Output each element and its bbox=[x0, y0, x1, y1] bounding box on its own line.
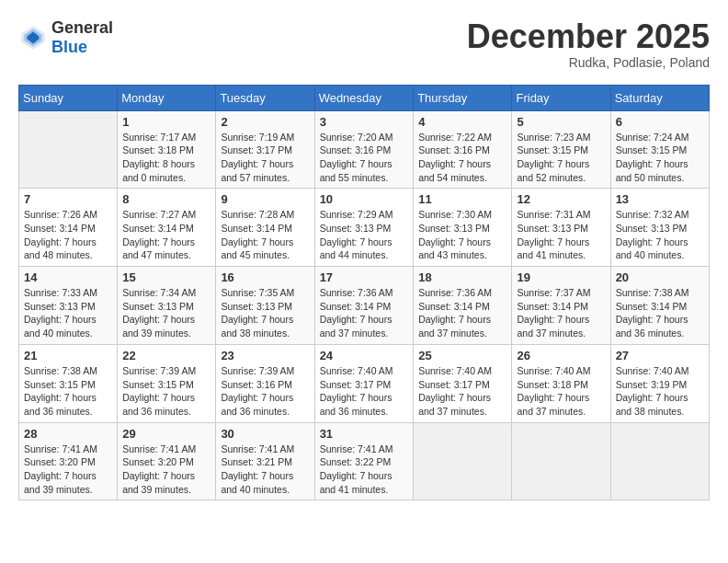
day-number: 26 bbox=[517, 349, 605, 362]
calendar-cell: 30Sunrise: 7:41 AMSunset: 3:21 PMDayligh… bbox=[216, 422, 314, 500]
day-number: 18 bbox=[418, 270, 506, 284]
day-info: Sunrise: 7:36 AMSunset: 3:14 PMDaylight:… bbox=[418, 286, 506, 340]
day-info: Sunrise: 7:34 AMSunset: 3:13 PMDaylight:… bbox=[122, 286, 210, 340]
calendar-cell: 12Sunrise: 7:31 AMSunset: 3:13 PMDayligh… bbox=[512, 189, 610, 267]
calendar-cell: 22Sunrise: 7:39 AMSunset: 3:15 PMDayligh… bbox=[118, 344, 216, 422]
calendar-cell: 11Sunrise: 7:30 AMSunset: 3:13 PMDayligh… bbox=[414, 189, 512, 267]
day-info: Sunrise: 7:39 AMSunset: 3:15 PMDaylight:… bbox=[122, 364, 210, 419]
calendar-cell: 1Sunrise: 7:17 AMSunset: 3:18 PMDaylight… bbox=[118, 110, 216, 189]
calendar-cell: 16Sunrise: 7:35 AMSunset: 3:13 PMDayligh… bbox=[216, 267, 314, 345]
calendar-cell: 29Sunrise: 7:41 AMSunset: 3:20 PMDayligh… bbox=[118, 422, 216, 500]
day-number: 12 bbox=[517, 192, 605, 206]
day-number: 11 bbox=[418, 192, 506, 206]
day-number: 8 bbox=[122, 192, 210, 206]
calendar-cell bbox=[512, 422, 610, 500]
calendar-cell: 31Sunrise: 7:41 AMSunset: 3:22 PMDayligh… bbox=[314, 422, 414, 500]
day-info: Sunrise: 7:38 AMSunset: 3:14 PMDaylight:… bbox=[616, 286, 704, 340]
day-number: 16 bbox=[221, 270, 309, 284]
logo-general: General bbox=[51, 18, 113, 38]
day-info: Sunrise: 7:30 AMSunset: 3:13 PMDaylight:… bbox=[418, 208, 506, 262]
day-info: Sunrise: 7:36 AMSunset: 3:14 PMDaylight:… bbox=[320, 286, 409, 340]
day-info: Sunrise: 7:19 AMSunset: 3:17 PMDaylight:… bbox=[221, 131, 309, 185]
day-info: Sunrise: 7:37 AMSunset: 3:14 PMDaylight:… bbox=[517, 286, 605, 340]
calendar-cell: 15Sunrise: 7:34 AMSunset: 3:13 PMDayligh… bbox=[118, 267, 216, 345]
page-header: General Blue December 2025 Rudka, Podlas… bbox=[18, 18, 710, 70]
weekday-header: Friday bbox=[512, 85, 610, 110]
day-number: 13 bbox=[616, 192, 704, 206]
calendar-cell: 21Sunrise: 7:38 AMSunset: 3:15 PMDayligh… bbox=[19, 344, 118, 422]
weekday-header: Tuesday bbox=[216, 85, 314, 110]
calendar-cell: 8Sunrise: 7:27 AMSunset: 3:14 PMDaylight… bbox=[118, 189, 216, 267]
weekday-header: Wednesday bbox=[314, 85, 414, 110]
calendar-cell: 3Sunrise: 7:20 AMSunset: 3:16 PMDaylight… bbox=[314, 110, 414, 189]
calendar-cell: 26Sunrise: 7:40 AMSunset: 3:18 PMDayligh… bbox=[512, 344, 610, 422]
calendar-week-row: 28Sunrise: 7:41 AMSunset: 3:20 PMDayligh… bbox=[19, 422, 710, 500]
day-info: Sunrise: 7:32 AMSunset: 3:13 PMDaylight:… bbox=[616, 208, 704, 262]
logo-blue: Blue bbox=[51, 38, 113, 57]
day-number: 30 bbox=[221, 427, 309, 441]
day-info: Sunrise: 7:41 AMSunset: 3:20 PMDaylight:… bbox=[24, 442, 112, 497]
calendar-cell: 9Sunrise: 7:28 AMSunset: 3:14 PMDaylight… bbox=[216, 189, 314, 267]
day-number: 10 bbox=[320, 192, 409, 206]
day-info: Sunrise: 7:31 AMSunset: 3:13 PMDaylight:… bbox=[517, 208, 605, 262]
day-info: Sunrise: 7:22 AMSunset: 3:16 PMDaylight:… bbox=[418, 131, 506, 185]
month-title: December 2025 bbox=[467, 18, 710, 55]
calendar-cell: 7Sunrise: 7:26 AMSunset: 3:14 PMDaylight… bbox=[19, 189, 118, 267]
day-number: 4 bbox=[418, 115, 506, 129]
day-info: Sunrise: 7:40 AMSunset: 3:18 PMDaylight:… bbox=[517, 364, 605, 419]
calendar-cell: 10Sunrise: 7:29 AMSunset: 3:13 PMDayligh… bbox=[314, 189, 414, 267]
day-info: Sunrise: 7:40 AMSunset: 3:17 PMDaylight:… bbox=[418, 364, 506, 419]
calendar-cell: 5Sunrise: 7:23 AMSunset: 3:15 PMDaylight… bbox=[512, 110, 610, 189]
day-info: Sunrise: 7:39 AMSunset: 3:16 PMDaylight:… bbox=[221, 364, 309, 419]
day-number: 6 bbox=[616, 115, 704, 129]
day-info: Sunrise: 7:17 AMSunset: 3:18 PMDaylight:… bbox=[122, 131, 210, 185]
day-number: 19 bbox=[517, 270, 605, 284]
calendar-week-row: 14Sunrise: 7:33 AMSunset: 3:13 PMDayligh… bbox=[19, 267, 710, 345]
day-info: Sunrise: 7:33 AMSunset: 3:13 PMDaylight:… bbox=[24, 286, 112, 340]
calendar-cell bbox=[19, 110, 118, 189]
day-info: Sunrise: 7:27 AMSunset: 3:14 PMDaylight:… bbox=[122, 208, 210, 262]
day-number: 27 bbox=[616, 349, 704, 362]
calendar-table: SundayMondayTuesdayWednesdayThursdayFrid… bbox=[18, 85, 710, 501]
calendar-week-row: 7Sunrise: 7:26 AMSunset: 3:14 PMDaylight… bbox=[19, 189, 710, 267]
logo-icon bbox=[18, 23, 48, 52]
day-number: 15 bbox=[122, 270, 210, 284]
logo: General Blue bbox=[18, 18, 113, 57]
weekday-header: Monday bbox=[118, 85, 216, 110]
calendar-cell bbox=[610, 422, 709, 500]
calendar-cell: 6Sunrise: 7:24 AMSunset: 3:15 PMDaylight… bbox=[610, 110, 709, 189]
calendar-cell: 13Sunrise: 7:32 AMSunset: 3:13 PMDayligh… bbox=[610, 189, 709, 267]
day-number: 24 bbox=[320, 349, 409, 362]
day-number: 17 bbox=[320, 270, 409, 284]
day-info: Sunrise: 7:29 AMSunset: 3:13 PMDaylight:… bbox=[320, 208, 409, 262]
calendar-cell bbox=[414, 422, 512, 500]
day-number: 2 bbox=[221, 115, 309, 129]
day-info: Sunrise: 7:38 AMSunset: 3:15 PMDaylight:… bbox=[24, 364, 112, 419]
day-info: Sunrise: 7:41 AMSunset: 3:21 PMDaylight:… bbox=[221, 442, 309, 497]
calendar-cell: 14Sunrise: 7:33 AMSunset: 3:13 PMDayligh… bbox=[19, 267, 118, 345]
day-number: 9 bbox=[221, 192, 309, 206]
calendar-cell: 17Sunrise: 7:36 AMSunset: 3:14 PMDayligh… bbox=[314, 267, 414, 345]
day-number: 21 bbox=[24, 349, 112, 362]
day-info: Sunrise: 7:40 AMSunset: 3:17 PMDaylight:… bbox=[320, 364, 409, 419]
calendar-week-row: 1Sunrise: 7:17 AMSunset: 3:18 PMDaylight… bbox=[19, 110, 710, 189]
weekday-header: Saturday bbox=[610, 85, 709, 110]
day-number: 20 bbox=[616, 270, 704, 284]
day-number: 28 bbox=[24, 427, 112, 441]
day-number: 22 bbox=[122, 349, 210, 362]
day-info: Sunrise: 7:41 AMSunset: 3:20 PMDaylight:… bbox=[122, 442, 210, 497]
weekday-header: Thursday bbox=[414, 85, 512, 110]
calendar-cell: 4Sunrise: 7:22 AMSunset: 3:16 PMDaylight… bbox=[414, 110, 512, 189]
day-number: 3 bbox=[320, 115, 409, 129]
day-info: Sunrise: 7:20 AMSunset: 3:16 PMDaylight:… bbox=[320, 131, 409, 185]
calendar-cell: 24Sunrise: 7:40 AMSunset: 3:17 PMDayligh… bbox=[314, 344, 414, 422]
day-info: Sunrise: 7:40 AMSunset: 3:19 PMDaylight:… bbox=[616, 364, 704, 419]
calendar-cell: 18Sunrise: 7:36 AMSunset: 3:14 PMDayligh… bbox=[414, 267, 512, 345]
day-number: 31 bbox=[320, 427, 409, 441]
day-number: 29 bbox=[122, 427, 210, 441]
calendar-cell: 23Sunrise: 7:39 AMSunset: 3:16 PMDayligh… bbox=[216, 344, 314, 422]
weekday-header: Sunday bbox=[19, 85, 118, 110]
calendar-header-row: SundayMondayTuesdayWednesdayThursdayFrid… bbox=[19, 85, 710, 110]
calendar-cell: 25Sunrise: 7:40 AMSunset: 3:17 PMDayligh… bbox=[414, 344, 512, 422]
title-block: December 2025 Rudka, Podlasie, Poland bbox=[467, 18, 710, 70]
